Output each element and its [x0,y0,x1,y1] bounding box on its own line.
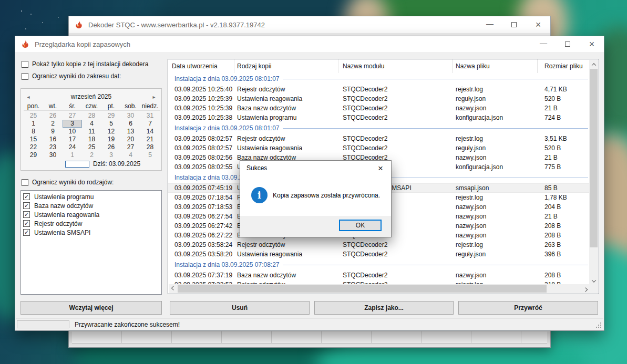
calendar-day[interactable]: 13 [121,128,140,136]
calendar-day[interactable]: 16 [43,136,63,143]
table-row[interactable]: 03.09.2025 08:02:57Ustawienia reagowania… [168,143,589,153]
calendar-day[interactable]: 1 [24,120,43,128]
calendar-day[interactable]: 10 [63,128,82,136]
today-label[interactable]: Dziś: 03.09.2025 [93,160,140,168]
calendar-day[interactable]: 24 [63,143,82,151]
checkbox-icon[interactable]: ✓ [23,229,30,236]
calendar-day[interactable]: 6 [121,120,140,128]
checkbox-icon[interactable]: ✓ [23,211,30,218]
main-title-bar[interactable]: Dekoder STQC - www.serwerbartka.pl - v2.… [69,16,550,33]
calendar-prev-icon[interactable]: ◂ [23,92,34,101]
calendar-day[interactable]: 27 [63,112,82,120]
minimize-icon[interactable]: — [478,16,502,33]
list-item[interactable]: ✓Rejestr odczytów [21,219,161,228]
calendar-next-icon[interactable]: ▸ [149,92,159,101]
checkbox-icon[interactable] [22,179,28,186]
list-item[interactable]: ✓Baza nazw odczytów [21,201,161,210]
list-item[interactable]: ✓Ustawienia programu [21,192,161,201]
scroll-right-icon[interactable] [581,284,590,293]
horizontal-scrollbar[interactable] [169,284,590,293]
calendar-month-title[interactable]: wrzesień 2025 [21,93,161,100]
list-item[interactable]: ✓Ustawienia SMSAPI [21,228,161,237]
calendar-day[interactable]: 5 [101,120,121,128]
minimize-icon[interactable]: — [531,36,556,52]
calendar-day[interactable]: 4 [82,120,101,128]
checkbox-icon[interactable]: ✓ [23,202,30,209]
list-item[interactable]: ✓Ustawienia reagowania [21,210,161,219]
column-header[interactable]: Data utworzenia [168,59,234,73]
calendar-day[interactable]: 21 [140,136,160,143]
calendar-day[interactable]: 17 [63,136,82,143]
vertical-scrollbar-thumb[interactable] [590,69,598,247]
table-row[interactable]: 03.09.2025 08:02:57Rejestr odczytówSTQCD… [168,134,589,143]
calendar-day[interactable]: 26 [43,112,63,120]
dialog-title-bar[interactable]: Sukces × [240,161,391,175]
calendar-day[interactable]: 5 [140,151,160,159]
calendar-day[interactable]: 26 [101,143,121,151]
close-icon[interactable]: × [526,16,550,33]
checkbox-icon[interactable]: ✓ [23,220,30,227]
maximize-icon[interactable] [556,36,580,52]
table-row[interactable]: 03.09.2025 03:58:20Ustawienia reagowania… [168,249,589,259]
calendar-day[interactable]: 29 [24,151,43,159]
calendar-day[interactable]: 3 [101,151,121,159]
close-icon[interactable]: × [370,161,391,175]
calendar-day[interactable]: 20 [121,136,140,143]
ok-button[interactable]: OK [339,220,382,231]
calendar-day[interactable]: 30 [43,151,63,159]
backup-title-bar[interactable]: Przeglądarka kopii zapasowych — × [15,36,604,52]
calendar-day[interactable]: 30 [121,112,140,120]
table-row[interactable]: 03.09.2025 10:25:40Rejestr odczytówSTQCD… [168,85,589,94]
table-row[interactable]: 03.09.2025 07:37:19Baza nazw odczytówSTQ… [168,271,589,280]
calendar-day[interactable]: 18 [82,136,101,143]
calendar-day[interactable]: 11 [82,128,101,136]
calendar-day[interactable]: 3 [63,120,82,128]
checkbox-icon[interactable] [22,73,28,80]
load-more-button[interactable]: Wczytaj więcej [20,301,162,315]
delete-button[interactable]: Usuń [170,301,310,315]
calendar-day[interactable]: 2 [43,120,63,128]
calendar-day[interactable]: 1 [63,151,82,159]
table-row[interactable]: 03.09.2025 10:25:39Baza nazw odczytówSTQ… [168,103,589,113]
calendar-day[interactable]: 29 [101,112,121,120]
calendar-day[interactable]: 19 [101,136,121,143]
save-as-button[interactable]: Zapisz jako... [314,301,454,315]
close-icon[interactable]: × [580,36,604,52]
column-header[interactable]: Rodzaj kopii [234,59,338,73]
column-header[interactable]: Nazwa modułu [338,59,453,73]
calendar-day[interactable]: 31 [140,112,160,120]
vertical-scrollbar[interactable] [589,60,598,285]
checkbox-icon[interactable] [22,61,28,68]
table-row[interactable]: 03.09.2025 03:58:24Rejestr odczytówSTQCD… [168,240,589,249]
calendar-day[interactable]: 27 [121,143,140,151]
maximize-icon[interactable] [502,16,526,33]
calendar-day[interactable]: 22 [24,143,43,151]
calendar-day[interactable]: 4 [121,151,140,159]
restore-button[interactable]: Przywróć [458,301,598,315]
calendar-day[interactable]: 14 [140,128,160,136]
calendar-day[interactable]: 8 [24,128,43,136]
calendar-day[interactable]: 25 [24,112,43,120]
scroll-left-icon[interactable] [169,284,178,293]
main-window-title: Dekoder STQC - www.serwerbartka.pl - v2.… [88,21,265,29]
calendar-day[interactable]: 25 [82,143,101,151]
checkbox-limit-types[interactable]: Ogranicz wyniki do rodzajów: [22,179,114,186]
resize-grip[interactable] [600,327,601,328]
calendar-day[interactable]: 12 [101,128,121,136]
calendar-day[interactable]: 9 [43,128,63,136]
table-row[interactable]: 03.09.2025 10:25:38Ustawienia programuST… [168,113,589,122]
calendar-day[interactable]: 28 [140,143,160,151]
calendar-day[interactable]: 15 [24,136,43,143]
calendar-day[interactable]: 28 [82,112,101,120]
calendar-day[interactable]: 2 [82,151,101,159]
checkbox-limit-date-range[interactable]: Ogranicz wyniki do zakresu dat: [22,72,121,80]
calendar-day[interactable]: 23 [43,143,63,151]
calendar-day[interactable]: 7 [140,120,160,128]
checkbox-icon[interactable]: ✓ [23,193,30,200]
horizontal-scrollbar-thumb[interactable] [178,285,547,293]
scroll-up-icon[interactable] [589,60,598,69]
column-header[interactable]: Rozmiar pliku [538,59,589,73]
column-header[interactable]: Nazwa pliku [453,59,538,73]
table-row[interactable]: 03.09.2025 10:25:39Ustawienia reagowania… [168,94,589,103]
checkbox-show-only-this-install[interactable]: Pokaż tylko kopie z tej instalacji dekod… [22,60,148,68]
